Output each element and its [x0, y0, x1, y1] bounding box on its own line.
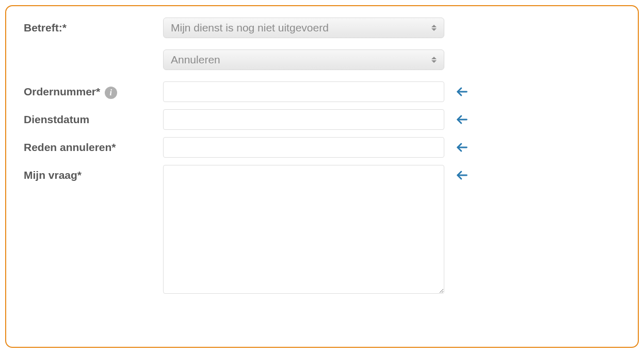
field-col — [163, 81, 444, 102]
indicator-col — [444, 81, 469, 99]
betreft-select[interactable]: Mijn dienst is nog niet uitgevoerd — [163, 18, 444, 38]
field-col — [163, 109, 444, 130]
info-icon[interactable]: i — [105, 87, 117, 99]
updown-icon — [431, 25, 437, 31]
field-col — [163, 165, 444, 294]
indicator-col — [444, 165, 469, 182]
row-ordernummer: Ordernummer* i — [24, 81, 620, 102]
reden-label: Reden annuleren* — [24, 141, 116, 153]
field-col — [163, 137, 444, 158]
row-mijnvraag: Mijn vraag* — [24, 165, 620, 294]
updown-icon — [431, 57, 437, 63]
indicator-col — [444, 109, 469, 127]
row-subselect: Annuleren — [24, 49, 620, 70]
field-col: Annuleren — [163, 49, 444, 70]
label-col: Dienstdatum — [24, 109, 163, 126]
field-col: Mijn dienst is nog niet uitgevoerd — [163, 18, 444, 38]
arrow-left-icon — [455, 85, 469, 99]
form-panel: Betreft:* Mijn dienst is nog niet uitgev… — [5, 5, 639, 348]
reden-annuleren-input[interactable] — [163, 137, 444, 158]
label-col: Reden annuleren* — [24, 137, 163, 154]
betreft-selected-text: Mijn dienst is nog niet uitgevoerd — [171, 22, 329, 34]
betreft-label: Betreft:* — [24, 22, 67, 33]
mijn-vraag-textarea[interactable] — [163, 165, 444, 294]
arrow-left-icon — [455, 140, 469, 155]
row-betreft: Betreft:* Mijn dienst is nog niet uitgev… — [24, 18, 620, 38]
arrow-left-icon — [455, 168, 469, 182]
label-col-empty — [24, 49, 163, 54]
dienstdatum-input[interactable] — [163, 109, 444, 130]
label-col: Mijn vraag* — [24, 165, 163, 181]
action-select[interactable]: Annuleren — [163, 49, 444, 70]
arrow-left-icon — [455, 112, 469, 127]
label-col: Betreft:* — [24, 18, 163, 34]
dienstdatum-label: Dienstdatum — [24, 113, 89, 125]
mijnvraag-label: Mijn vraag* — [24, 169, 82, 181]
row-dienstdatum: Dienstdatum — [24, 109, 620, 130]
ordernummer-input[interactable] — [163, 81, 444, 102]
row-reden: Reden annuleren* — [24, 137, 620, 158]
action-selected-text: Annuleren — [171, 54, 220, 66]
label-col: Ordernummer* i — [24, 81, 163, 99]
ordernummer-label: Ordernummer* — [24, 86, 100, 97]
indicator-col — [444, 137, 469, 155]
